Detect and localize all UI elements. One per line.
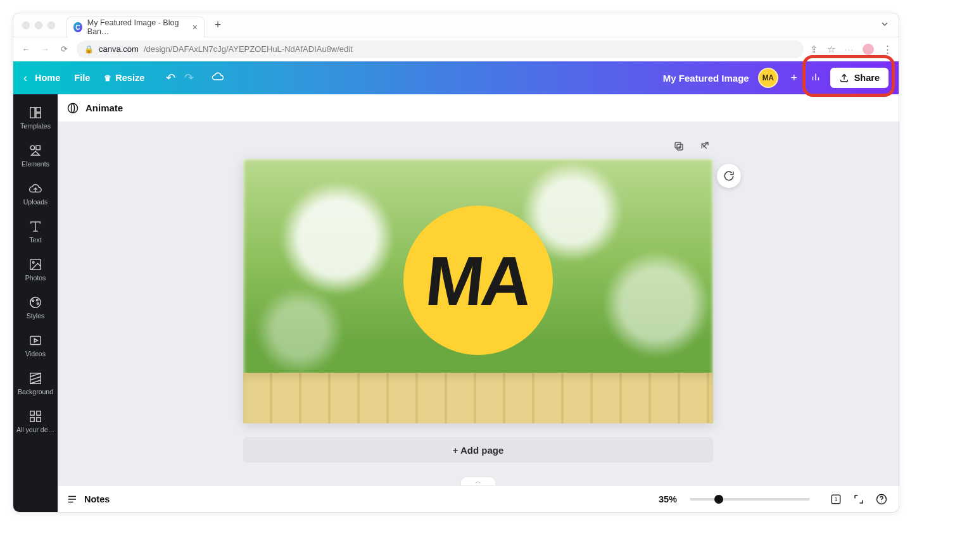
sidebar-item-background[interactable]: Background (13, 365, 58, 403)
notes-button[interactable]: Notes (84, 494, 110, 504)
resize-menu[interactable]: ♛ Resize (104, 73, 144, 83)
page-thumbnails-button[interactable]: 1 (828, 491, 844, 507)
sidebar-item-label: Text (29, 236, 41, 244)
upload-icon (839, 73, 849, 83)
insights-icon[interactable] (810, 71, 821, 85)
extensions-icon[interactable]: ⋯ (844, 44, 854, 55)
tab-title: My Featured Image - Blog Ban… (87, 18, 187, 36)
svg-rect-5 (36, 108, 41, 112)
address-bar-actions: ⇪ ☆ ⋯ ⋮ (810, 44, 892, 55)
fullscreen-button[interactable] (851, 491, 867, 507)
cloud-sync-icon[interactable] (212, 70, 224, 86)
sidebar-item-styles[interactable]: Styles (13, 289, 58, 327)
canva-favicon: C (73, 22, 82, 32)
svg-rect-28 (37, 418, 41, 421)
notes-icon (66, 494, 78, 505)
svg-line-23 (30, 376, 41, 380)
home-link[interactable]: Home (35, 73, 60, 83)
document-title[interactable]: My Featured Image (663, 73, 749, 84)
editor-main: Animate (58, 94, 899, 512)
sidebar-item-label: Uploads (23, 198, 48, 206)
sidebar-item-label: Videos (25, 350, 46, 358)
svg-rect-8 (36, 146, 40, 149)
sidebar-item-templates[interactable]: Templates (13, 99, 58, 137)
sidebar-item-videos[interactable]: Videos (13, 327, 58, 365)
zoom-level[interactable]: 35% (659, 494, 677, 504)
profile-avatar-icon[interactable] (863, 44, 874, 55)
redo-button[interactable]: ↷ (184, 71, 194, 85)
logo-circle[interactable]: MA (403, 206, 553, 355)
sidebar-item-label: Elements (22, 160, 49, 168)
svg-point-41 (881, 501, 882, 502)
back-button[interactable]: ← (20, 44, 32, 54)
share-button[interactable]: Share (830, 68, 889, 88)
lock-icon: 🔒 (84, 45, 94, 54)
svg-rect-6 (36, 113, 41, 118)
left-sidebar: Templates Elements Uploads Text Photos (13, 94, 58, 512)
file-menu[interactable]: File (74, 73, 90, 83)
canvas-wrap: MA (243, 159, 713, 423)
logo-text: MA (422, 240, 534, 321)
sidebar-item-photos[interactable]: Photos (13, 251, 58, 289)
editor-topbar: ‹ Home File ♛ Resize ↶ ↷ My Featured Ima… (13, 61, 899, 94)
editor-footer: Notes 35% 1 (58, 485, 899, 512)
context-toolbar: Animate (58, 94, 899, 122)
zoom-slider[interactable] (690, 498, 810, 501)
browser-window: C My Featured Image - Blog Ban… × + ← → … (13, 13, 899, 513)
svg-point-29 (68, 103, 78, 113)
url-host: canva.com (99, 44, 139, 54)
canvas-area[interactable]: MA + Add page ︿ (58, 122, 899, 485)
sidebar-item-elements[interactable]: Elements (13, 137, 58, 175)
svg-marker-9 (32, 151, 40, 155)
add-page-button[interactable]: + Add page (243, 437, 713, 463)
svg-marker-20 (34, 339, 38, 342)
zoom-slider-knob[interactable] (714, 495, 723, 504)
design-canvas[interactable]: MA (243, 159, 713, 423)
collapse-handle[interactable]: ︿ (460, 476, 496, 485)
wood-surface (243, 373, 713, 423)
titlebar: C My Featured Image - Blog Ban… × + (13, 13, 899, 37)
svg-point-14 (32, 261, 34, 263)
svg-point-7 (30, 146, 34, 149)
tabs-overflow-icon[interactable] (880, 19, 890, 32)
svg-rect-19 (30, 337, 41, 345)
new-tab-button[interactable]: + (210, 17, 226, 34)
minimize-window-dot[interactable] (35, 22, 42, 29)
bookmark-icon[interactable]: ☆ (827, 44, 835, 55)
sidebar-item-all-designs[interactable]: All your de… (13, 403, 58, 441)
sidebar-item-label: Photos (25, 274, 46, 282)
share-page-icon[interactable]: ⇪ (810, 44, 818, 55)
undo-button[interactable]: ↶ (166, 71, 175, 85)
user-avatar[interactable]: MA (758, 68, 778, 88)
close-window-dot[interactable] (22, 22, 30, 29)
back-chevron-icon[interactable]: ‹ (23, 72, 27, 85)
sidebar-item-label: Background (18, 388, 53, 395)
page-tools (243, 137, 713, 155)
svg-rect-26 (37, 411, 41, 415)
maximize-window-dot[interactable] (47, 22, 55, 29)
traffic-lights (22, 22, 55, 29)
open-external-icon[interactable] (695, 137, 713, 155)
resize-label: Resize (115, 73, 144, 83)
sidebar-item-text[interactable]: Text (13, 213, 58, 251)
svg-line-24 (30, 380, 41, 384)
svg-rect-4 (30, 108, 35, 118)
sidebar-item-label: Styles (27, 312, 45, 320)
browser-menu-icon[interactable]: ⋮ (883, 44, 892, 55)
browser-tab[interactable]: C My Featured Image - Blog Ban… × (66, 16, 205, 38)
sidebar-item-label: Templates (20, 122, 51, 130)
reload-button[interactable]: ⟳ (58, 44, 70, 54)
regenerate-button[interactable] (717, 164, 741, 188)
help-button[interactable] (873, 491, 890, 507)
sidebar-item-uploads[interactable]: Uploads (13, 175, 58, 213)
svg-rect-25 (30, 411, 34, 415)
share-label: Share (854, 73, 880, 83)
close-tab-icon[interactable]: × (193, 22, 198, 32)
duplicate-page-icon[interactable] (670, 137, 688, 155)
address-bar[interactable]: 🔒 canva.com/design/DAFAxLN7cJg/AYEPZOEHu… (77, 40, 804, 58)
sidebar-item-label: All your de… (16, 426, 54, 433)
add-collaborator-button[interactable]: + (787, 71, 801, 85)
add-page-label: + Add page (453, 445, 504, 456)
animate-button[interactable]: Animate (85, 103, 123, 113)
forward-button[interactable]: → (39, 44, 51, 54)
